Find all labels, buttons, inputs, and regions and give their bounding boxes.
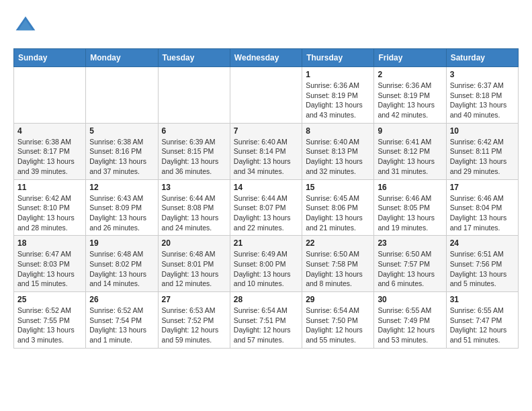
day-number: 18 xyxy=(17,238,82,248)
weekday-header: Monday xyxy=(86,49,158,67)
calendar-cell: 7Sunrise: 6:40 AM Sunset: 8:14 PM Daylig… xyxy=(230,123,302,179)
day-info: Sunrise: 6:39 AM Sunset: 8:15 PM Dayligh… xyxy=(162,137,226,177)
weekday-header: Tuesday xyxy=(158,49,230,67)
calendar-cell: 22Sunrise: 6:50 AM Sunset: 7:58 PM Dayli… xyxy=(302,236,374,292)
day-number: 22 xyxy=(306,238,370,248)
calendar-cell: 29Sunrise: 6:54 AM Sunset: 7:50 PM Dayli… xyxy=(302,292,374,349)
calendar-table: SundayMondayTuesdayWednesdayThursdayFrid… xyxy=(13,48,519,349)
day-number: 5 xyxy=(89,126,154,136)
calendar-cell: 21Sunrise: 6:49 AM Sunset: 8:00 PM Dayli… xyxy=(230,236,302,292)
day-info: Sunrise: 6:36 AM Sunset: 8:19 PM Dayligh… xyxy=(306,81,370,120)
calendar-cell xyxy=(230,67,302,124)
calendar-cell: 17Sunrise: 6:46 AM Sunset: 8:04 PM Dayli… xyxy=(446,179,518,236)
calendar-cell: 1Sunrise: 6:36 AM Sunset: 8:19 PM Daylig… xyxy=(302,67,374,124)
day-number: 30 xyxy=(378,295,442,304)
calendar-week-row: 11Sunrise: 6:42 AM Sunset: 8:10 PM Dayli… xyxy=(14,179,519,236)
day-number: 2 xyxy=(378,70,442,79)
calendar-cell: 8Sunrise: 6:40 AM Sunset: 8:13 PM Daylig… xyxy=(302,123,374,179)
day-number: 9 xyxy=(378,126,442,136)
day-info: Sunrise: 6:43 AM Sunset: 8:09 PM Dayligh… xyxy=(89,193,154,233)
calendar-cell: 13Sunrise: 6:44 AM Sunset: 8:08 PM Dayli… xyxy=(158,179,230,236)
day-number: 23 xyxy=(378,238,442,248)
calendar-cell: 30Sunrise: 6:55 AM Sunset: 7:49 PM Dayli… xyxy=(374,292,446,349)
day-number: 6 xyxy=(162,126,226,136)
day-number: 26 xyxy=(89,295,154,304)
calendar-cell: 14Sunrise: 6:44 AM Sunset: 8:07 PM Dayli… xyxy=(230,179,302,236)
day-info: Sunrise: 6:48 AM Sunset: 8:02 PM Dayligh… xyxy=(89,249,154,289)
calendar-cell: 6Sunrise: 6:39 AM Sunset: 8:15 PM Daylig… xyxy=(158,123,230,179)
day-info: Sunrise: 6:38 AM Sunset: 8:16 PM Dayligh… xyxy=(89,137,154,177)
day-info: Sunrise: 6:54 AM Sunset: 7:51 PM Dayligh… xyxy=(234,306,298,345)
day-info: Sunrise: 6:40 AM Sunset: 8:13 PM Dayligh… xyxy=(306,137,370,177)
day-number: 10 xyxy=(450,126,515,136)
calendar-cell: 4Sunrise: 6:38 AM Sunset: 8:17 PM Daylig… xyxy=(14,123,86,179)
day-info: Sunrise: 6:42 AM Sunset: 8:11 PM Dayligh… xyxy=(450,137,515,177)
day-number: 20 xyxy=(162,238,226,248)
calendar-cell: 20Sunrise: 6:48 AM Sunset: 8:01 PM Dayli… xyxy=(158,236,230,292)
calendar-cell: 11Sunrise: 6:42 AM Sunset: 8:10 PM Dayli… xyxy=(14,179,86,236)
day-info: Sunrise: 6:52 AM Sunset: 7:54 PM Dayligh… xyxy=(89,306,154,345)
calendar-cell: 12Sunrise: 6:43 AM Sunset: 8:09 PM Dayli… xyxy=(86,179,158,236)
day-number: 25 xyxy=(17,295,82,304)
calendar-cell: 28Sunrise: 6:54 AM Sunset: 7:51 PM Dayli… xyxy=(230,292,302,349)
day-info: Sunrise: 6:53 AM Sunset: 7:52 PM Dayligh… xyxy=(162,306,226,345)
day-number: 28 xyxy=(234,295,298,304)
logo xyxy=(13,13,40,38)
calendar-cell: 2Sunrise: 6:36 AM Sunset: 8:19 PM Daylig… xyxy=(374,67,446,124)
day-info: Sunrise: 6:47 AM Sunset: 8:03 PM Dayligh… xyxy=(17,249,82,289)
day-number: 19 xyxy=(89,238,154,248)
calendar-cell: 9Sunrise: 6:41 AM Sunset: 8:12 PM Daylig… xyxy=(374,123,446,179)
calendar-cell xyxy=(86,67,158,124)
calendar-cell: 25Sunrise: 6:52 AM Sunset: 7:55 PM Dayli… xyxy=(14,292,86,349)
day-number: 13 xyxy=(162,183,226,192)
day-number: 3 xyxy=(450,70,515,79)
calendar-cell: 5Sunrise: 6:38 AM Sunset: 8:16 PM Daylig… xyxy=(86,123,158,179)
day-info: Sunrise: 6:42 AM Sunset: 8:10 PM Dayligh… xyxy=(17,193,82,233)
calendar-cell: 19Sunrise: 6:48 AM Sunset: 8:02 PM Dayli… xyxy=(86,236,158,292)
day-info: Sunrise: 6:38 AM Sunset: 8:17 PM Dayligh… xyxy=(17,137,82,177)
day-info: Sunrise: 6:50 AM Sunset: 7:58 PM Dayligh… xyxy=(306,249,370,289)
calendar-cell: 3Sunrise: 6:37 AM Sunset: 8:18 PM Daylig… xyxy=(446,67,518,124)
day-info: Sunrise: 6:52 AM Sunset: 7:55 PM Dayligh… xyxy=(17,306,82,345)
day-info: Sunrise: 6:46 AM Sunset: 8:05 PM Dayligh… xyxy=(378,193,442,233)
calendar-cell: 15Sunrise: 6:45 AM Sunset: 8:06 PM Dayli… xyxy=(302,179,374,236)
day-info: Sunrise: 6:44 AM Sunset: 8:08 PM Dayligh… xyxy=(162,193,226,233)
calendar-cell: 24Sunrise: 6:51 AM Sunset: 7:56 PM Dayli… xyxy=(446,236,518,292)
day-number: 11 xyxy=(17,183,82,192)
weekday-header-row: SundayMondayTuesdayWednesdayThursdayFrid… xyxy=(14,49,519,67)
day-number: 24 xyxy=(450,238,515,248)
weekday-header: Thursday xyxy=(302,49,374,67)
day-info: Sunrise: 6:51 AM Sunset: 7:56 PM Dayligh… xyxy=(450,249,515,289)
day-number: 16 xyxy=(378,183,442,192)
page-header xyxy=(13,13,519,38)
day-number: 7 xyxy=(234,126,298,136)
day-info: Sunrise: 6:54 AM Sunset: 7:50 PM Dayligh… xyxy=(306,306,370,345)
calendar-cell: 16Sunrise: 6:46 AM Sunset: 8:05 PM Dayli… xyxy=(374,179,446,236)
calendar-cell xyxy=(14,67,86,124)
calendar-week-row: 1Sunrise: 6:36 AM Sunset: 8:19 PM Daylig… xyxy=(14,67,519,124)
day-info: Sunrise: 6:44 AM Sunset: 8:07 PM Dayligh… xyxy=(234,193,298,233)
weekday-header: Sunday xyxy=(14,49,86,67)
day-number: 27 xyxy=(162,295,226,304)
calendar-cell: 18Sunrise: 6:47 AM Sunset: 8:03 PM Dayli… xyxy=(14,236,86,292)
calendar-cell: 10Sunrise: 6:42 AM Sunset: 8:11 PM Dayli… xyxy=(446,123,518,179)
day-info: Sunrise: 6:37 AM Sunset: 8:18 PM Dayligh… xyxy=(450,81,515,120)
calendar-cell: 31Sunrise: 6:55 AM Sunset: 7:47 PM Dayli… xyxy=(446,292,518,349)
day-info: Sunrise: 6:36 AM Sunset: 8:19 PM Dayligh… xyxy=(378,81,442,120)
day-info: Sunrise: 6:46 AM Sunset: 8:04 PM Dayligh… xyxy=(450,193,515,233)
day-number: 8 xyxy=(306,126,370,136)
day-number: 1 xyxy=(306,70,370,79)
calendar-cell: 26Sunrise: 6:52 AM Sunset: 7:54 PM Dayli… xyxy=(86,292,158,349)
calendar-cell: 23Sunrise: 6:50 AM Sunset: 7:57 PM Dayli… xyxy=(374,236,446,292)
day-info: Sunrise: 6:48 AM Sunset: 8:01 PM Dayligh… xyxy=(162,249,226,289)
day-number: 14 xyxy=(234,183,298,192)
weekday-header: Saturday xyxy=(446,49,518,67)
calendar-cell: 27Sunrise: 6:53 AM Sunset: 7:52 PM Dayli… xyxy=(158,292,230,349)
calendar-week-row: 25Sunrise: 6:52 AM Sunset: 7:55 PM Dayli… xyxy=(14,292,519,349)
day-number: 12 xyxy=(89,183,154,192)
day-info: Sunrise: 6:40 AM Sunset: 8:14 PM Dayligh… xyxy=(234,137,298,177)
calendar-cell xyxy=(158,67,230,124)
day-number: 21 xyxy=(234,238,298,248)
day-number: 17 xyxy=(450,183,515,192)
calendar-week-row: 18Sunrise: 6:47 AM Sunset: 8:03 PM Dayli… xyxy=(14,236,519,292)
